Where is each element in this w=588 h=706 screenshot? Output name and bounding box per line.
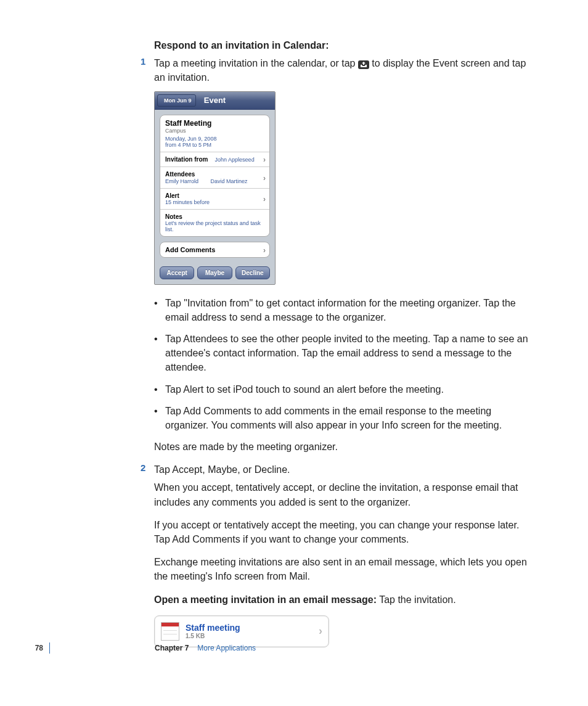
bullet-item: •Tap Add Comments to add comments in the… xyxy=(165,404,536,432)
attendee-2: David Martinez xyxy=(210,178,247,184)
notes-value: Let's review the project status and task… xyxy=(165,220,264,232)
nav-bar: Mon Jun 9 Event xyxy=(155,92,275,110)
open-invitation-line: Open a meeting invitation in an email me… xyxy=(154,593,536,607)
bullet-text: Tap "Invitation from" to get contact inf… xyxy=(165,298,516,322)
page-number: 78 xyxy=(0,644,49,652)
inbox-icon xyxy=(358,60,369,69)
step2-line1: Tap Accept, Maybe, or Decline. xyxy=(154,462,536,477)
event-title: Staff Meeting xyxy=(165,119,264,128)
chevron-right-icon: › xyxy=(263,155,266,164)
bullet-text: Tap Add Comments to add comments in the … xyxy=(165,406,502,430)
back-button[interactable]: Mon Jun 9 xyxy=(157,94,196,107)
bullet-item: •Tap Alert to set iPod touch to sound an… xyxy=(165,382,536,396)
invitation-from-label: Invitation from xyxy=(165,156,208,163)
notes-row: Notes Let's review the project status an… xyxy=(160,209,269,236)
notes-paragraph: Notes are made by the meeting organizer. xyxy=(154,440,536,454)
accept-button[interactable]: Accept xyxy=(160,266,194,279)
alert-row[interactable]: Alert 15 minutes before › xyxy=(160,188,269,209)
page-footer: 78 Chapter 7 More Applications xyxy=(0,642,588,654)
calendar-icon xyxy=(161,622,179,641)
event-date: Monday, Jun 9, 2008 xyxy=(165,136,264,142)
attachment-size: 1.5 KB xyxy=(186,633,240,639)
step-2: 2 Tap Accept, Maybe, or Decline. When yo… xyxy=(154,462,536,647)
maybe-button[interactable]: Maybe xyxy=(197,266,232,279)
chevron-right-icon: › xyxy=(263,174,266,183)
step2-line4: Exchange meeting invitations are also se… xyxy=(154,555,536,583)
open-invitation-tail: Tap the invitation. xyxy=(377,594,456,605)
alert-label: Alert xyxy=(165,192,264,199)
step1-text-a: Tap a meeting invitation in the calendar… xyxy=(154,58,355,68)
chevron-right-icon: › xyxy=(263,246,266,255)
attachment-title: Staff meeting xyxy=(186,623,240,633)
step2-line2: When you accept, tentatively accept, or … xyxy=(154,480,536,509)
event-time: from 4 PM to 5 PM xyxy=(165,142,264,148)
invitation-from-value: John Appleseed xyxy=(215,157,255,163)
section-heading: Respond to an invitation in Calendar: xyxy=(154,38,536,52)
open-invitation-heading: Open a meeting invitation in an email me… xyxy=(154,594,377,605)
event-screen: Mon Jun 9 Event Staff Meeting Campus Mon… xyxy=(154,91,276,285)
decline-button[interactable]: Decline xyxy=(235,266,270,279)
add-comments-row[interactable]: Add Comments › xyxy=(160,242,269,257)
nav-title: Event xyxy=(204,96,226,105)
step2-line3: If you accept or tentatively accept the … xyxy=(154,518,536,546)
chapter-title: More Applications xyxy=(197,644,256,652)
step-number: 1 xyxy=(141,56,145,67)
chapter-label: Chapter 7 xyxy=(155,644,189,652)
attendees-row[interactable]: Attendees Emily Harrold David Martinez › xyxy=(160,166,269,188)
attendee-1: Emily Harrold xyxy=(165,178,198,184)
notes-label: Notes xyxy=(165,213,264,220)
step-number: 2 xyxy=(141,462,145,473)
chevron-right-icon: › xyxy=(263,195,266,203)
bullet-item: •Tap "Invitation from" to get contact in… xyxy=(165,296,536,324)
event-location: Campus xyxy=(165,128,264,134)
event-header-row: Staff Meeting Campus Monday, Jun 9, 2008… xyxy=(160,115,269,152)
bullet-text: Tap Alert to set iPod touch to sound an … xyxy=(165,384,444,395)
bullet-text: Tap Attendees to see the other people in… xyxy=(165,334,528,372)
step-1: 1 Tap a meeting invitation in the calend… xyxy=(154,56,536,454)
add-comments-label: Add Comments xyxy=(165,246,215,253)
chevron-right-icon: › xyxy=(319,625,322,638)
attendees-label: Attendees xyxy=(165,171,264,178)
alert-value: 15 minutes before xyxy=(165,199,264,205)
invitation-from-row[interactable]: Invitation from John Appleseed › xyxy=(160,152,269,166)
footer-rule xyxy=(49,642,50,654)
bullet-item: •Tap Attendees to see the other people i… xyxy=(165,332,536,375)
